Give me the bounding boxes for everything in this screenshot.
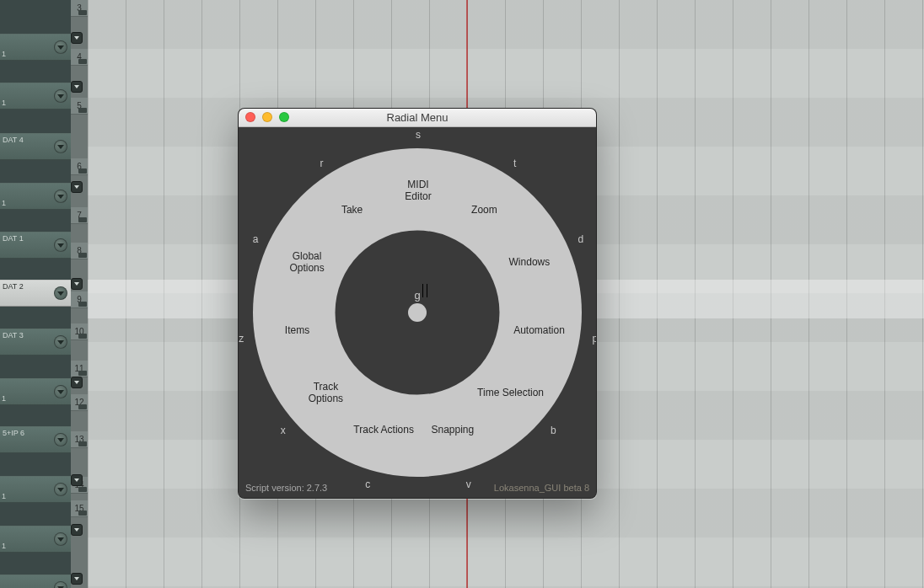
track-dropdown-arrow-icon[interactable] (54, 40, 67, 54)
track-index-cell[interactable]: 13 (71, 431, 88, 448)
track-name-label: DAT 1 (3, 234, 24, 243)
track-header[interactable]: DAT 1 (0, 232, 71, 259)
track-name-label: DAT 4 (3, 136, 24, 144)
folder-icon (78, 334, 87, 339)
close-icon[interactable] (245, 112, 255, 122)
radial-center-dot[interactable] (408, 303, 427, 322)
arrange-view[interactable]: 3456789101112131415 11DAT 41DAT 1DAT 2DA… (0, 0, 924, 588)
folder-collapse-icon[interactable] (71, 32, 83, 44)
track-number-label: 1 (2, 199, 6, 207)
radial-item[interactable]: MIDIEditor (389, 179, 448, 203)
track-dropdown-arrow-icon[interactable] (54, 433, 67, 446)
track-number-label: 1 (2, 50, 6, 58)
folder-icon (78, 487, 87, 492)
radial-item[interactable]: Take (341, 205, 363, 216)
track-index-cell[interactable]: 7 (71, 207, 88, 224)
radial-item-shortcut: b (551, 425, 556, 436)
track-number-label: 1 (2, 492, 6, 500)
track-dropdown-arrow-icon[interactable] (54, 190, 67, 203)
track-number-label: 1 (2, 542, 6, 550)
track-index-cell[interactable]: 6 (71, 158, 88, 175)
track-index-cell[interactable]: 4 (71, 49, 88, 66)
folder-collapse-icon[interactable] (71, 524, 83, 536)
radial-item-shortcut: d (578, 233, 583, 245)
radial-item-shortcut: x (281, 425, 286, 436)
radial-item[interactable]: Items (285, 325, 309, 337)
track-index-cell[interactable]: 12 (71, 394, 88, 411)
script-version-label: Script version: 2.7.3 (245, 483, 327, 493)
track-name-label: DAT 2 (3, 282, 24, 291)
track-dropdown-arrow-icon[interactable] (54, 286, 67, 300)
radial-item[interactable]: Windows (509, 257, 551, 269)
folder-icon (78, 253, 87, 258)
folder-icon (78, 168, 87, 174)
track-dropdown-arrow-icon[interactable] (54, 140, 67, 153)
track-number-label: 1 (2, 394, 6, 403)
gui-framework-label: Lokasenna_GUI beta 8 (494, 483, 589, 493)
track-header[interactable]: DAT 2 (0, 280, 71, 307)
track-name-label: DAT 3 (3, 331, 24, 339)
track-index-cell[interactable]: 8 (71, 243, 88, 259)
folder-collapse-icon[interactable] (71, 474, 83, 486)
window-traffic-lights (245, 112, 289, 122)
folder-collapse-icon[interactable] (71, 377, 83, 388)
track-dropdown-arrow-icon[interactable] (54, 532, 67, 546)
minimize-icon[interactable] (262, 112, 272, 122)
track-header[interactable]: DAT 4 (0, 133, 71, 160)
track-dropdown-arrow-icon[interactable] (54, 581, 67, 588)
radial-item[interactable]: Snapping (431, 425, 474, 436)
track-index-cell[interactable]: 10 (71, 323, 88, 340)
track-header[interactable]: 1 (0, 575, 71, 588)
folder-icon (78, 510, 87, 516)
track-control-panel[interactable]: 3456789101112131415 11DAT 41DAT 1DAT 2DA… (0, 0, 88, 588)
track-header[interactable]: 1 (0, 526, 71, 553)
folder-icon (78, 371, 87, 376)
folder-icon (78, 441, 87, 446)
folder-icon (78, 217, 87, 222)
track-header[interactable]: 1 (0, 83, 71, 110)
track-index-cell[interactable]: 5 (71, 98, 88, 115)
track-dropdown-arrow-icon[interactable] (54, 385, 67, 398)
track-index-cell[interactable]: 11 (71, 361, 88, 377)
radial-menu-window[interactable]: Radial Menu g Script version: 2.7.3 Loka… (238, 108, 597, 499)
track-number-label: 1 (2, 99, 6, 107)
track-header[interactable]: 1 (0, 378, 71, 405)
track-index-cell[interactable]: 9 (71, 291, 88, 308)
folder-icon (78, 302, 87, 307)
folder-icon (78, 404, 87, 409)
radial-item[interactable]: Time Selection (477, 388, 544, 399)
track-header[interactable]: DAT 3 (0, 329, 71, 355)
track-index-cell[interactable]: 15 (71, 500, 88, 517)
folder-icon (78, 108, 87, 113)
radial-item-shortcut: z (239, 333, 244, 345)
radial-item-shortcut: a (253, 233, 259, 245)
folder-collapse-icon[interactable] (71, 573, 83, 585)
track-header[interactable]: 5+IP 6 (0, 426, 71, 453)
radial-item-shortcut: t (513, 158, 516, 169)
track-dropdown-arrow-icon[interactable] (54, 89, 67, 103)
folder-icon (78, 10, 87, 15)
zoom-icon[interactable] (279, 112, 289, 122)
radial-item-shortcut: v (466, 478, 471, 490)
track-dropdown-arrow-icon[interactable] (54, 483, 67, 496)
radial-item-shortcut: c (365, 478, 370, 490)
radial-item-shortcut: p (592, 333, 597, 345)
window-titlebar[interactable]: Radial Menu (239, 109, 596, 127)
folder-collapse-icon[interactable] (71, 278, 83, 290)
track-dropdown-arrow-icon[interactable] (54, 238, 67, 252)
track-dropdown-arrow-icon[interactable] (54, 335, 67, 349)
folder-collapse-icon[interactable] (71, 81, 83, 93)
radial-menu-body: g Script version: 2.7.3 Lokasenna_GUI be… (239, 127, 596, 498)
track-header[interactable]: 1 (0, 34, 71, 61)
radial-center-key: g (414, 289, 420, 302)
track-header[interactable]: 1 (0, 476, 71, 503)
radial-item[interactable]: Zoom (471, 205, 497, 216)
track-header[interactable]: 1 (0, 183, 71, 210)
track-index-cell[interactable]: 3 (71, 0, 88, 17)
radial-item[interactable]: TrackOptions (296, 382, 355, 405)
radial-item[interactable]: GlobalOptions (277, 251, 336, 275)
radial-item[interactable]: Automation (513, 325, 565, 337)
folder-icon (78, 59, 87, 64)
radial-item[interactable]: Track Actions (353, 425, 414, 436)
folder-collapse-icon[interactable] (71, 181, 83, 193)
